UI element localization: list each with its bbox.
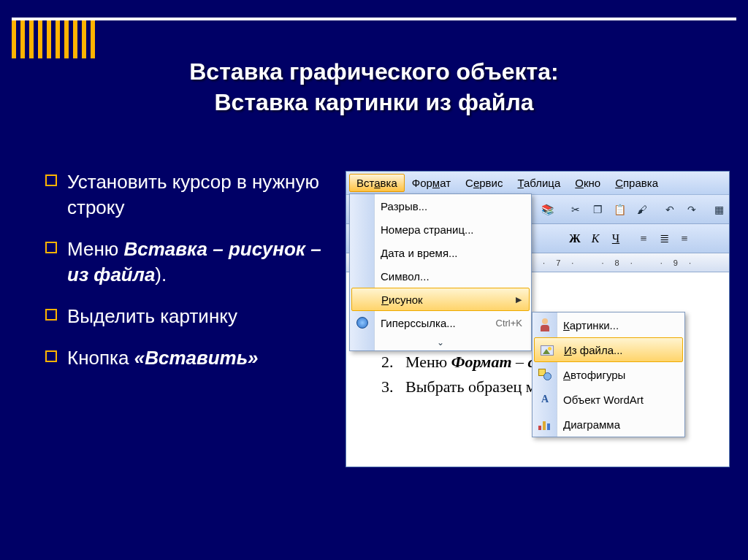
redo-icon[interactable]: ↷ bbox=[682, 199, 701, 220]
decor-bars bbox=[12, 20, 95, 58]
menu-expand-chevron-icon[interactable]: ⌄ bbox=[350, 334, 531, 350]
menu-item-date-time[interactable]: Дата и время... bbox=[350, 241, 531, 264]
word-screenshot: Вставка Формат Сервис Таблица Окно Справ… bbox=[346, 171, 730, 467]
menu-format[interactable]: Формат bbox=[405, 174, 458, 192]
menu-item-hyperlink[interactable]: Гиперссылка... Ctrl+K bbox=[350, 311, 531, 334]
picture-icon bbox=[539, 342, 555, 358]
menu-item-page-numbers[interactable]: Номера страниц... bbox=[350, 218, 531, 241]
menu-tools[interactable]: Сервис bbox=[458, 174, 510, 192]
bullet-item: Установить курсор в нужную строку bbox=[45, 169, 330, 220]
copy-icon[interactable]: ❐ bbox=[588, 199, 607, 220]
slide-title: Вставка графического объекта: Вставка ка… bbox=[0, 57, 748, 118]
menu-table[interactable]: Таблица bbox=[510, 174, 568, 192]
align-left-icon[interactable]: ≡ bbox=[634, 229, 653, 248]
shapes-icon bbox=[537, 367, 553, 383]
insert-menu-dropdown: Разрыв... Номера страниц... Дата и время… bbox=[349, 193, 532, 351]
bullet-text: Кнопка «Вставить» bbox=[67, 345, 259, 371]
wordart-icon: A bbox=[537, 391, 553, 407]
menu-item-break[interactable]: Разрыв... bbox=[350, 194, 531, 218]
decor-line bbox=[12, 18, 736, 20]
cut-icon[interactable]: ✂ bbox=[566, 199, 585, 220]
bullet-marker bbox=[45, 309, 57, 321]
format-painter-icon[interactable]: 🖌 bbox=[633, 199, 652, 220]
bullet-item: Выделить картинку bbox=[45, 304, 330, 329]
italic-button[interactable]: К bbox=[586, 229, 605, 248]
undo-icon[interactable]: ↶ bbox=[660, 199, 679, 220]
underline-button[interactable]: Ч bbox=[606, 229, 625, 248]
menu-help[interactable]: Справка bbox=[608, 174, 665, 192]
menu-item-symbol[interactable]: Символ... bbox=[350, 264, 531, 288]
menu-window[interactable]: Окно bbox=[568, 174, 608, 192]
bullet-marker bbox=[45, 174, 57, 186]
submenu-item-clipart[interactable]: Картинки... bbox=[533, 312, 684, 337]
bullet-text: Выделить картинку bbox=[67, 304, 237, 329]
submenu-arrow-icon: ▶ bbox=[516, 295, 522, 304]
submenu-item-from-file[interactable]: Из файла... bbox=[534, 337, 683, 362]
menu-item-picture[interactable]: Рисунок ▶ bbox=[351, 288, 530, 311]
person-icon bbox=[537, 317, 553, 333]
bullet-marker bbox=[45, 350, 57, 362]
align-center-icon[interactable]: ≣ bbox=[654, 229, 673, 248]
table-icon[interactable]: ▦ bbox=[710, 199, 729, 220]
bold-button[interactable]: Ж bbox=[565, 229, 584, 248]
globe-icon bbox=[354, 315, 370, 331]
title-line-2: Вставка картинки из файла bbox=[215, 89, 534, 115]
title-line-1: Вставка графического объекта: bbox=[189, 58, 558, 85]
picture-submenu: Картинки... Из файла... Автофигуры A Объ… bbox=[532, 312, 685, 437]
bullet-item: Кнопка «Вставить» bbox=[45, 345, 330, 371]
align-right-icon[interactable]: ≡ bbox=[675, 229, 694, 248]
bullet-text: Установить курсор в нужную строку bbox=[67, 169, 330, 220]
research-icon[interactable]: 📚 bbox=[538, 199, 557, 220]
submenu-item-chart[interactable]: Диаграмма bbox=[533, 412, 684, 437]
menu-insert[interactable]: Вставка bbox=[349, 174, 405, 192]
shortcut-label: Ctrl+K bbox=[496, 318, 522, 329]
submenu-item-wordart[interactable]: A Объект WordArt bbox=[533, 387, 684, 412]
menubar: Вставка Формат Сервис Таблица Окно Справ… bbox=[346, 172, 729, 195]
bullet-list: Установить курсор в нужную строку Меню В… bbox=[45, 169, 330, 388]
submenu-item-autoshapes[interactable]: Автофигуры bbox=[533, 362, 684, 387]
bullet-item: Меню Вставка – рисунок – из файла). bbox=[45, 237, 330, 288]
chart-icon bbox=[537, 416, 553, 432]
bullet-marker bbox=[45, 242, 57, 253]
bullet-text: Меню Вставка – рисунок – из файла). bbox=[67, 237, 330, 288]
paste-icon[interactable]: 📋 bbox=[610, 199, 629, 220]
